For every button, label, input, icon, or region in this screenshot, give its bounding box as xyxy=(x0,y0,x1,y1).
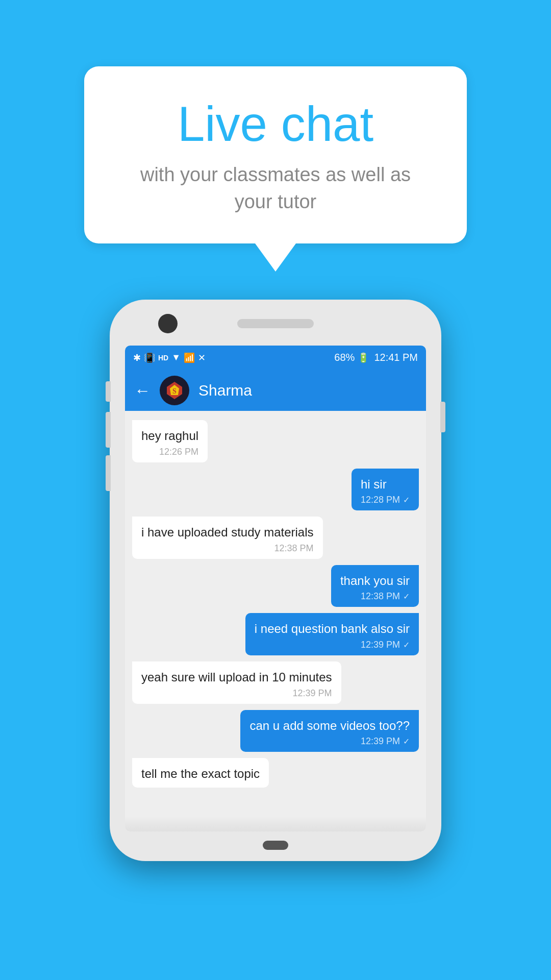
sent-bubble: i need question bank also sir 12:39 PM ✓ xyxy=(245,613,419,655)
status-time: 12:41 PM xyxy=(374,352,418,363)
back-button[interactable]: ← xyxy=(134,382,151,399)
volume-down-button xyxy=(106,412,111,448)
hd-icon: HD xyxy=(158,354,168,362)
message-row: yeah sure will upload in 10 minutes 12:3… xyxy=(132,662,419,704)
check-icon: ✓ xyxy=(403,737,410,746)
message-time: 12:26 PM xyxy=(159,447,198,457)
contact-name: Sharma xyxy=(198,382,252,399)
home-button xyxy=(263,841,288,850)
front-camera xyxy=(158,314,178,333)
message-row: i need question bank also sir 12:39 PM ✓ xyxy=(132,613,419,655)
status-bar: ✱ 📳 HD ▼ 📶 ✕ 68% 🔋 12:41 PM xyxy=(125,346,426,370)
bluetooth-icon: ✱ xyxy=(133,352,141,363)
received-bubble: i have uploaded study materials 12:38 PM xyxy=(132,517,323,559)
superman-avatar-icon: S xyxy=(164,380,185,401)
sent-bubble: can u add some videos too?? 12:39 PM ✓ xyxy=(240,710,419,752)
message-text: i need question bank also sir xyxy=(255,620,410,638)
phone-mockup: ✱ 📳 HD ▼ 📶 ✕ 68% 🔋 12:41 PM ← xyxy=(110,300,441,861)
message-text: i have uploaded study materials xyxy=(141,524,314,541)
live-chat-title: Live chat xyxy=(120,97,431,151)
sent-bubble: hi sir 12:28 PM ✓ xyxy=(352,469,419,511)
message-time: 12:39 PM xyxy=(361,640,400,650)
message-time: 12:28 PM xyxy=(361,495,400,505)
message-row: tell me the exact topic xyxy=(132,758,419,788)
message-time: 12:38 PM xyxy=(274,543,314,554)
message-meta: 12:26 PM xyxy=(141,447,198,457)
battery-icon: 🔋 xyxy=(358,352,369,363)
svg-text:S: S xyxy=(172,387,177,395)
power-button xyxy=(440,402,445,432)
silent-button xyxy=(106,455,111,491)
message-meta: 12:39 PM xyxy=(141,688,332,699)
message-time: 12:39 PM xyxy=(293,688,332,699)
phone-body: ✱ 📳 HD ▼ 📶 ✕ 68% 🔋 12:41 PM ← xyxy=(110,300,441,861)
message-time: 12:38 PM xyxy=(361,591,400,602)
speech-bubble-pointer xyxy=(255,243,296,272)
messages-fade xyxy=(125,816,426,831)
battery-percentage: 68% xyxy=(334,352,355,363)
message-row: hey raghul 12:26 PM xyxy=(132,420,419,462)
message-row: hi sir 12:28 PM ✓ xyxy=(132,469,419,511)
received-bubble: hey raghul 12:26 PM xyxy=(132,420,208,462)
speech-bubble-card: Live chat with your classmates as well a… xyxy=(84,66,467,243)
volume-up-button xyxy=(106,381,111,402)
vibrate-icon: 📳 xyxy=(144,352,155,363)
message-text: thank you sir xyxy=(340,572,410,590)
check-icon: ✓ xyxy=(403,495,410,505)
message-text: hey raghul xyxy=(141,427,198,445)
message-row: i have uploaded study materials 12:38 PM xyxy=(132,517,419,559)
speech-bubble-container: Live chat with your classmates as well a… xyxy=(84,66,467,272)
message-text: hi sir xyxy=(361,476,410,493)
message-text: can u add some videos too?? xyxy=(249,717,410,734)
message-row: can u add some videos too?? 12:39 PM ✓ xyxy=(132,710,419,752)
phone-screen: ✱ 📳 HD ▼ 📶 ✕ 68% 🔋 12:41 PM ← xyxy=(125,346,426,831)
live-chat-subtitle: with your classmates as well as your tut… xyxy=(120,161,431,215)
received-bubble: yeah sure will upload in 10 minutes 12:3… xyxy=(132,662,341,704)
message-row: thank you sir 12:38 PM ✓ xyxy=(132,565,419,607)
messages-area[interactable]: hey raghul 12:26 PM hi sir 12:28 PM ✓ xyxy=(125,411,426,816)
check-icon: ✓ xyxy=(403,640,410,650)
sent-bubble: thank you sir 12:38 PM ✓ xyxy=(331,565,419,607)
chat-header: ← S Sharma xyxy=(125,370,426,411)
message-meta: 12:39 PM ✓ xyxy=(255,640,410,650)
check-icon: ✓ xyxy=(403,592,410,601)
message-text: yeah sure will upload in 10 minutes xyxy=(141,669,332,686)
mute-icon: ✕ xyxy=(198,352,206,363)
wifi-icon: ▼ xyxy=(171,352,181,363)
message-meta: 12:28 PM ✓ xyxy=(361,495,410,505)
status-left-icons: ✱ 📳 HD ▼ 📶 ✕ xyxy=(133,352,206,363)
received-bubble: tell me the exact topic xyxy=(132,758,269,788)
earpiece-speaker xyxy=(237,319,314,328)
message-meta: 12:38 PM ✓ xyxy=(340,591,410,602)
message-meta: 12:38 PM xyxy=(141,543,314,554)
message-time: 12:39 PM xyxy=(361,736,400,747)
message-text: tell me the exact topic xyxy=(141,765,260,782)
contact-avatar: S xyxy=(160,376,189,405)
message-meta: 12:39 PM ✓ xyxy=(249,736,410,747)
signal-icon: 📶 xyxy=(184,352,195,363)
status-right-area: 68% 🔋 12:41 PM xyxy=(334,352,418,363)
